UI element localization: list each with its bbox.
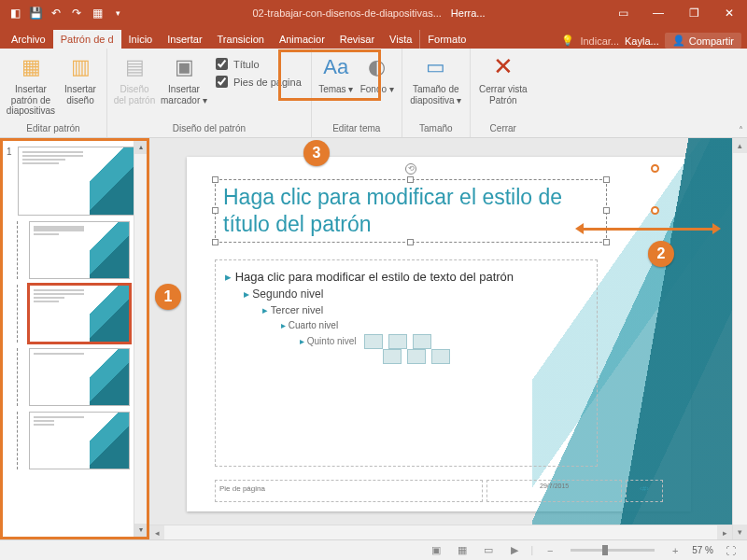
thumbnail-scrollbar[interactable]: ▴ ▾ — [134, 141, 147, 537]
insertar-marcador-button[interactable]: ▣ Insertar marcador ▾ — [160, 52, 208, 105]
fit-to-window-icon[interactable]: ⛶ — [721, 543, 740, 558]
titulo-checkbox-row[interactable]: Título — [216, 58, 260, 70]
slide-canvas[interactable]: ⟲ Haga clic para modificar el estilo de … — [149, 138, 747, 539]
scroll-right-icon[interactable]: ▸ — [717, 525, 732, 539]
tab-patron[interactable]: Patrón de d — [53, 30, 121, 49]
resize-handle[interactable] — [407, 176, 414, 183]
layout-thumbnail-1[interactable] — [29, 221, 147, 279]
group-cerrar-label: Cerrar — [490, 121, 516, 135]
table-icon[interactable] — [364, 334, 383, 349]
resize-handle[interactable] — [603, 176, 610, 183]
fondo-button[interactable]: ◐ Fondo ▾ — [359, 52, 396, 95]
tell-me-text[interactable]: Indicar... — [580, 35, 619, 47]
pies-checkbox-row[interactable]: Pies de página — [216, 76, 302, 88]
zoom-slider[interactable] — [571, 549, 655, 552]
pies-checkbox[interactable] — [216, 76, 228, 88]
diseno-del-patron-button: ▤ Diseño del patrón — [113, 52, 156, 105]
start-from-beginning-icon[interactable]: ▦ — [88, 4, 106, 22]
diseno-del-patron-label: Diseño del patrón — [113, 84, 156, 105]
zoom-in-icon[interactable]: + — [666, 543, 684, 558]
scroll-left-icon[interactable]: ◂ — [149, 525, 164, 539]
document-title-area: 02-trabajar-con-disenos-de-diapositivas.… — [133, 7, 605, 19]
close-button[interactable]: ✕ — [712, 0, 747, 26]
canvas-horizontal-scrollbar[interactable]: ◂ ▸ — [149, 525, 732, 539]
layout-thumbnail-3[interactable] — [29, 348, 147, 406]
video-icon[interactable] — [431, 349, 450, 364]
scroll-down-icon[interactable]: ▾ — [733, 525, 747, 539]
tab-insertar[interactable]: Insertar — [160, 30, 209, 49]
restore-button[interactable]: ❐ — [676, 0, 712, 26]
body-level-1[interactable]: Haga clic para modificar el estilo de te… — [225, 270, 587, 284]
date-placeholder[interactable]: 29/7/2015 — [486, 480, 622, 502]
title-placeholder[interactable]: ⟲ Haga clic para modificar el estilo de … — [215, 179, 607, 243]
reading-view-icon[interactable]: ▭ — [479, 543, 498, 558]
redo-icon[interactable]: ↷ — [67, 4, 86, 22]
resize-handle[interactable] — [212, 239, 218, 245]
layout-thumbnail-4[interactable] — [29, 412, 147, 469]
tab-inicio[interactable]: Inicio — [121, 30, 161, 49]
annotation-arrow-2 — [583, 228, 713, 231]
account-name[interactable]: Kayla... — [625, 35, 659, 47]
share-button[interactable]: 👤 Compartir — [665, 33, 741, 49]
tab-formato[interactable]: Formato — [419, 30, 473, 49]
online-picture-icon[interactable] — [407, 349, 426, 364]
resize-handle[interactable] — [603, 239, 610, 245]
insertar-diseno-label: Insertar diseño — [60, 84, 101, 105]
footer-text-placeholder[interactable]: Pie de página — [215, 480, 483, 502]
normal-view-icon[interactable]: ▣ — [427, 543, 445, 558]
temas-button[interactable]: Aa Temas ▾ — [317, 52, 355, 95]
body-level-2[interactable]: Segundo nivel — [225, 287, 587, 301]
scroll-down-icon[interactable]: ▾ — [134, 524, 147, 537]
insert-layout-icon: ▥ — [65, 52, 95, 82]
temas-label: Temas ▾ — [318, 84, 353, 95]
cerrar-vista-button[interactable]: ✕ Cerrar vista Patrón — [476, 52, 530, 105]
tab-transiciones[interactable]: Transicion — [210, 30, 272, 49]
tab-vista[interactable]: Vista — [382, 30, 419, 49]
resize-handle[interactable] — [212, 207, 218, 214]
slideshow-icon[interactable]: ▶ — [505, 543, 524, 558]
body-level-5[interactable]: Quinto nivel — [225, 334, 587, 364]
master-layout-icon: ▤ — [120, 52, 149, 82]
collapse-ribbon-icon[interactable]: ˄ — [739, 125, 743, 135]
slide-number-placeholder[interactable]: ‹#› — [626, 480, 663, 502]
annotation-callout-3: 3 — [303, 140, 330, 166]
content-placeholder[interactable]: Haga clic para modificar el estilo de te… — [215, 259, 598, 467]
body-level-3[interactable]: Tercer nivel — [225, 304, 587, 316]
canvas-vertical-scrollbar[interactable]: ▴ ▾ — [732, 138, 747, 539]
titulo-checkbox[interactable] — [216, 58, 228, 70]
tab-revisar[interactable]: Revisar — [332, 30, 382, 49]
group-cerrar: ✕ Cerrar vista Patrón Cerrar — [471, 49, 536, 137]
slide-sorter-icon[interactable]: ▦ — [453, 543, 472, 558]
smartart-icon[interactable] — [413, 334, 431, 349]
zoom-level[interactable]: 57 % — [692, 545, 713, 555]
undo-icon[interactable]: ↶ — [47, 4, 65, 22]
minimize-button[interactable]: — — [641, 0, 676, 26]
thumbnail-panel: 1 ▴ ▾ — [0, 138, 149, 539]
rotate-handle-icon[interactable]: ⟲ — [405, 163, 416, 175]
titulo-label: Título — [233, 59, 260, 70]
workspace: 1 ▴ ▾ — [0, 138, 747, 539]
scroll-up-icon[interactable]: ▴ — [733, 138, 747, 153]
layout-thumbnail-2[interactable] — [29, 285, 147, 343]
slide-size-icon: ▭ — [421, 52, 451, 82]
body-level-4[interactable]: Cuarto nivel — [225, 320, 587, 330]
ribbon-options-icon[interactable]: ▭ — [605, 0, 641, 26]
save-icon[interactable]: 💾 — [26, 4, 45, 22]
insertar-diseno-button[interactable]: ▥ Insertar diseño — [60, 52, 101, 105]
picture-icon[interactable] — [383, 349, 402, 364]
tamano-diapositiva-button[interactable]: ▭ Tamaño de diapositiva ▾ — [408, 52, 464, 105]
resize-handle[interactable] — [603, 207, 610, 214]
zoom-thumb[interactable] — [602, 545, 608, 555]
master-thumbnail[interactable]: 1 — [7, 147, 147, 216]
chart-icon[interactable] — [388, 334, 407, 349]
thumbnail-scroll[interactable]: 1 ▴ ▾ — [3, 141, 147, 537]
title-text[interactable]: Haga clic para modificar el estilo de tí… — [223, 185, 562, 236]
tab-animaciones[interactable]: Animacior — [272, 30, 332, 49]
scroll-up-icon[interactable]: ▴ — [134, 141, 147, 154]
resize-handle[interactable] — [212, 176, 218, 183]
zoom-out-icon[interactable]: − — [541, 543, 559, 558]
qat-customize-icon[interactable]: ▾ — [108, 4, 127, 22]
tab-archivo[interactable]: Archivo — [4, 30, 53, 49]
insertar-patron-button[interactable]: ▦ Insertar patrón de diapositivas — [6, 52, 56, 117]
resize-handle[interactable] — [407, 239, 414, 245]
